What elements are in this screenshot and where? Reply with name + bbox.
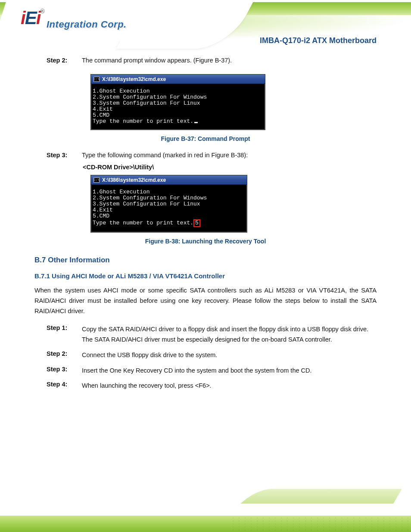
section-paragraph-1: When the system uses AHCI mode or some s…: [34, 286, 377, 317]
step-3-label: Step 3:: [47, 152, 74, 159]
cmd2-line1: 1.Ghost Execution: [93, 189, 150, 195]
cmd1-line2: 2.System Configuration For Windows: [93, 94, 207, 100]
cmd1-line4: 4.Exit: [93, 106, 113, 112]
cmd-title-path-1: X:\I386\system32\cmd.exe: [102, 76, 166, 82]
proc-step-3-label: Step 3:: [47, 366, 74, 376]
step-3-command: <CD-ROM Drive>\Utility\: [83, 164, 377, 171]
step-2-text: The command prompt window appears. (Figu…: [82, 57, 232, 64]
cmd-icon: C:\: [93, 77, 100, 82]
step-2: Step 2: The command prompt window appear…: [47, 57, 377, 64]
highlighted-input: 5: [193, 219, 200, 227]
cmd1-line6: Type the number to print text.: [93, 118, 193, 124]
cmd-icon: C:\: [93, 177, 100, 183]
cmd-title-path-2: X:\I386\system32\cmd.exe: [102, 177, 166, 183]
cmd1-line5: 5.CMD: [93, 112, 109, 118]
proc-step-4: Step 4: When launching the recovery tool…: [47, 381, 377, 391]
cmd2-line2: 2.System Configuration For Windows: [93, 195, 207, 201]
cmd2-line6: Type the number to print text.: [93, 220, 193, 226]
figure-38-container: C:\ X:\I386\system32\cmd.exe 1.Ghost Exe…: [90, 175, 377, 233]
cmd-window-2: C:\ X:\I386\system32\cmd.exe 1.Ghost Exe…: [90, 175, 247, 233]
cmd-body-1: 1.Ghost Execution 2.System Configuration…: [91, 84, 265, 130]
figure-37-caption: Figure B-37: Command Prompt: [34, 135, 377, 142]
figure-38-caption: Figure B-38: Launching the Recovery Tool: [34, 238, 377, 245]
cmd-body-2: 1.Ghost Execution 2.System Configuration…: [91, 185, 247, 232]
logo-text: Integration Corp.: [47, 19, 127, 30]
step-3: Step 3: Type the following command (mark…: [47, 152, 377, 159]
proc-step-2: Step 2: Connect the USB floppy disk driv…: [47, 350, 377, 361]
footer-decoration: [0, 487, 411, 532]
cmd2-line3: 3.System Configuration For Linux: [93, 201, 200, 207]
logo-mark: iEi®: [21, 8, 44, 28]
section-heading: B.7 Other Information: [34, 256, 377, 264]
cmd1-line3: 3.System Configuration For Linux: [93, 100, 200, 106]
proc-step-1-text: Copy the SATA RAID/AHCI driver to a flop…: [82, 324, 377, 345]
proc-step-4-text: When launching the recovery tool, press …: [82, 381, 212, 391]
step-3-text: Type the following command (marked in re…: [82, 152, 248, 159]
proc-step-2-text: Connect the USB floppy disk drive to the…: [82, 350, 217, 361]
section-subheading: B.7.1 Using AHCI Mode or ALi M5283 / VIA…: [34, 272, 377, 280]
cmd1-line1: 1.Ghost Execution: [93, 88, 150, 94]
figure-37-container: C:\ X:\I386\system32\cmd.exe 1.Ghost Exe…: [90, 74, 377, 130]
brand-logo: iEi®: [21, 8, 44, 28]
page-number: Page 166: [40, 515, 66, 522]
cursor-icon: [194, 122, 198, 123]
proc-step-1: Step 1: Copy the SATA RAID/AHCI driver t…: [47, 324, 377, 345]
cmd-window-1: C:\ X:\I386\system32\cmd.exe 1.Ghost Exe…: [90, 74, 265, 130]
proc-step-3-text: Insert the One Key Recovery CD into the …: [82, 366, 312, 376]
cmd-title-bar-2: C:\ X:\I386\system32\cmd.exe: [91, 175, 247, 185]
cmd-title-bar-1: C:\ X:\I386\system32\cmd.exe: [91, 75, 265, 84]
proc-step-3: Step 3: Insert the One Key Recovery CD i…: [47, 366, 377, 376]
cmd2-line4: 4.Exit: [93, 207, 113, 213]
proc-step-4-label: Step 4:: [47, 381, 74, 391]
step-2-label: Step 2:: [47, 57, 74, 64]
document-title: IMBA-Q170-i2 ATX Motherboard: [260, 36, 377, 45]
proc-step-2-label: Step 2:: [47, 350, 74, 361]
proc-step-1-label: Step 1:: [47, 324, 74, 345]
cmd2-line5: 5.CMD: [93, 213, 109, 219]
page-content: Step 2: The command prompt window appear…: [0, 52, 411, 485]
